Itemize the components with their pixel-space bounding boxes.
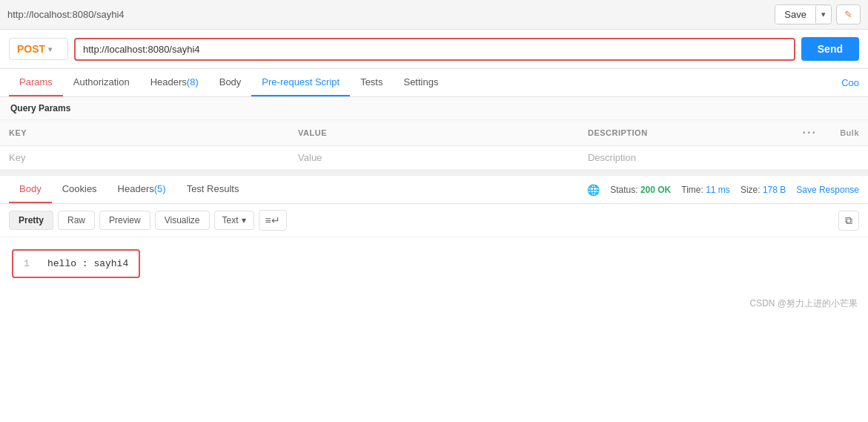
save-button[interactable]: Save: [775, 5, 815, 24]
url-input[interactable]: http://localhost:8080/sayhi4: [74, 38, 795, 61]
tab-cookies[interactable]: Coo: [841, 70, 859, 96]
status-label: Status: 200 OK: [610, 185, 671, 195]
col-header-key: KEY: [0, 120, 289, 146]
raw-button[interactable]: Raw: [58, 211, 95, 230]
query-params-title: Query Params: [0, 97, 868, 120]
line-content: hello : sayhi4: [47, 258, 128, 269]
tab-body[interactable]: Body: [209, 69, 252, 96]
params-table: KEY VALUE DESCRIPTION ··· Bulk Key Value…: [0, 120, 868, 170]
size-label: Size: 178 B: [741, 185, 786, 195]
wrap-button[interactable]: ≡↵: [259, 210, 287, 231]
tab-tests[interactable]: Tests: [350, 69, 393, 96]
wrap-lines-icon: ≡↵: [265, 214, 280, 226]
request-bar: POST ▾ http://localhost:8080/sayhi4 Send: [0, 30, 868, 69]
method-label: POST: [17, 43, 45, 55]
watermark: CSDN @努力上进的小芒果: [0, 290, 868, 317]
tab-headers[interactable]: Headers(8): [140, 69, 209, 96]
text-dropdown-icon: ▾: [242, 215, 246, 225]
response-tabs-bar: Body Cookies Headers(5) Test Results 🌐 S…: [0, 176, 868, 204]
response-headers-badge: (5): [154, 183, 166, 194]
response-body: 1 hello : sayhi4: [0, 237, 868, 290]
top-bar: http://localhost:8080/sayhi4 Save ▾ ✎: [0, 0, 868, 30]
col-header-description: DESCRIPTION: [579, 120, 788, 146]
response-tab-headers[interactable]: Headers(5): [107, 176, 176, 203]
send-button[interactable]: Send: [801, 37, 859, 61]
tab-params[interactable]: Params: [9, 69, 63, 96]
pretty-button[interactable]: Pretty: [9, 211, 53, 230]
text-format-select[interactable]: Text ▾: [214, 211, 254, 230]
response-section: Body Cookies Headers(5) Test Results 🌐 S…: [0, 176, 868, 317]
response-tab-body[interactable]: Body: [9, 176, 52, 203]
time-value: 11 ms: [706, 185, 730, 195]
row-bulk: [831, 146, 868, 170]
status-value: 200 OK: [640, 185, 671, 195]
save-dropdown-button[interactable]: ▾: [815, 6, 831, 23]
top-bar-actions: Save ▾ ✎: [775, 4, 861, 24]
method-chevron-icon: ▾: [48, 45, 52, 53]
description-cell[interactable]: Description: [579, 146, 788, 170]
section-divider: [0, 170, 868, 176]
response-tab-cookies[interactable]: Cookies: [52, 176, 107, 203]
copy-icon: ⧉: [845, 214, 852, 226]
edit-button[interactable]: ✎: [836, 4, 861, 24]
tab-settings[interactable]: Settings: [393, 69, 448, 96]
time-label: Time: 11 ms: [681, 185, 730, 195]
response-line-1: 1 hello : sayhi4: [24, 258, 128, 269]
top-bar-url: http://localhost:8080/sayhi4: [7, 9, 775, 20]
col-header-bulk: Bulk: [831, 120, 868, 146]
col-header-value: VALUE: [289, 120, 579, 146]
response-tab-test-results[interactable]: Test Results: [176, 176, 250, 203]
size-value: 178 B: [763, 185, 786, 195]
row-actions: [788, 146, 831, 170]
more-options-icon[interactable]: ···: [803, 126, 817, 139]
save-btn-group: Save ▾: [775, 4, 832, 24]
tab-prerequest[interactable]: Pre-request Script: [251, 69, 350, 96]
line-number: 1: [24, 258, 36, 269]
save-response-button[interactable]: Save Response: [796, 185, 859, 195]
value-cell[interactable]: Value: [289, 146, 579, 170]
response-status-bar: 🌐 Status: 200 OK Time: 11 ms Size: 178 B…: [587, 184, 859, 196]
headers-badge: (8): [187, 76, 199, 88]
copy-button[interactable]: ⧉: [838, 211, 859, 231]
response-toolbar: Pretty Raw Preview Visualize Text ▾ ≡↵ ⧉: [0, 204, 868, 237]
bulk-edit-label[interactable]: Bulk: [840, 128, 859, 137]
preview-button[interactable]: Preview: [99, 211, 150, 230]
visualize-button[interactable]: Visualize: [155, 211, 210, 230]
table-row: Key Value Description: [0, 146, 868, 170]
tab-authorization[interactable]: Authorization: [63, 69, 140, 96]
key-cell[interactable]: Key: [0, 146, 289, 170]
globe-icon: 🌐: [587, 184, 600, 196]
col-header-actions: ···: [788, 120, 831, 146]
method-select[interactable]: POST ▾: [9, 38, 68, 60]
request-tabs-bar: Params Authorization Headers(8) Body Pre…: [0, 69, 868, 97]
response-content-wrapper: 1 hello : sayhi4: [12, 249, 140, 278]
